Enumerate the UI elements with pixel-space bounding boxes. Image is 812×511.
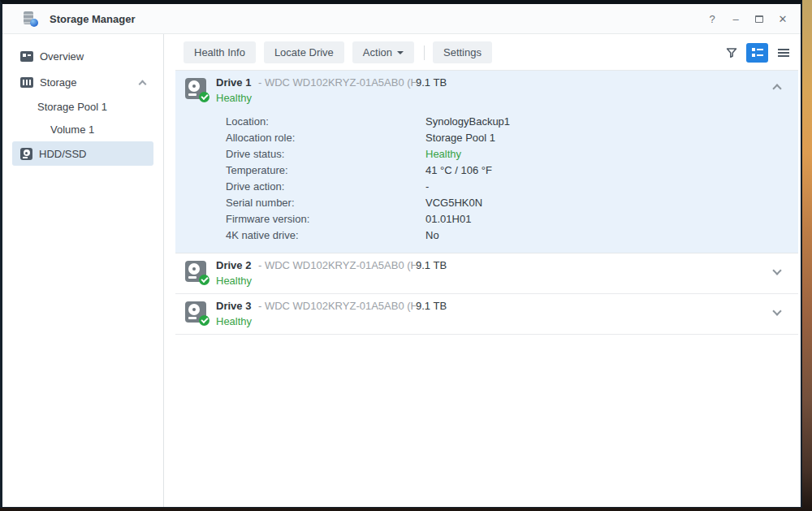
- drive-icon-healthy: [185, 301, 206, 323]
- titlebar[interactable]: Storage Manager ? – ✕: [2, 4, 801, 34]
- window-title: Storage Manager: [50, 13, 135, 25]
- sidebar-item-label: Overview: [40, 50, 84, 63]
- drive-icon-healthy: [185, 78, 206, 99]
- healthy-check-badge: [199, 92, 209, 102]
- drive-size: 9.1 TB: [416, 259, 447, 271]
- drive-size: 9.1 TB: [416, 76, 447, 89]
- locate-drive-button[interactable]: Locate Drive: [264, 41, 344, 63]
- drive-status: Healthy: [216, 275, 447, 288]
- sidebar-item-hdd-ssd[interactable]: HDD/SSD: [12, 141, 153, 166]
- drive-name: Drive 1: [216, 76, 251, 89]
- toolbar-icon-group: [720, 43, 794, 63]
- healthy-check-badge: [199, 315, 209, 326]
- drive-2-summary: Drive 2 - WDC WD102KRYZ-01A5AB0 (H... 9.…: [216, 259, 447, 288]
- drive-1-panel-expanded[interactable]: Drive 1 - WDC WD102KRYZ-01A5AB0 (H... 9.…: [175, 71, 798, 253]
- sidebar-item-overview[interactable]: Overview: [12, 44, 153, 68]
- sidebar-item-label: Storage: [40, 76, 77, 89]
- collapse-chevron-icon[interactable]: [139, 80, 147, 88]
- filter-button[interactable]: [720, 43, 742, 63]
- drive-2-row[interactable]: Drive 2 - WDC WD102KRYZ-01A5AB0 (H... 9.…: [175, 253, 798, 294]
- dropdown-caret-icon: [397, 51, 404, 54]
- drive-model: - WDC WD102KRYZ-01A5AB0 (H...: [258, 76, 416, 89]
- sidebar-item-label: HDD/SSD: [39, 148, 87, 160]
- drive-1-summary: Drive 1 - WDC WD102KRYZ-01A5AB0 (H... 9.…: [216, 76, 447, 105]
- storage-manager-window: Storage Manager ? – ✕ Overview Storage: [0, 0, 802, 508]
- help-button[interactable]: ?: [706, 12, 719, 25]
- drive-status: Healthy: [216, 315, 447, 328]
- close-button[interactable]: ✕: [776, 12, 789, 25]
- sidebar-item-label: Storage Pool 1: [37, 101, 107, 113]
- detail-row-allocation-role: Allocation role: Storage Pool 1: [226, 129, 788, 145]
- maximize-button[interactable]: [753, 12, 766, 25]
- hdd-ssd-icon: [20, 148, 32, 160]
- maximize-icon: [755, 15, 763, 23]
- drive-3-row[interactable]: Drive 3 - WDC WD102KRYZ-01A5AB0 (H... 9.…: [175, 294, 798, 335]
- detail-row-drive-action: Drive action: -: [226, 178, 788, 194]
- health-info-button[interactable]: Health Info: [184, 41, 256, 63]
- overview-icon: [20, 51, 33, 62]
- drive-size: 9.1 TB: [416, 300, 447, 312]
- detail-row-4k-native-drive: 4K native drive: No: [226, 227, 788, 243]
- blue-sphere-glyph: [30, 19, 38, 27]
- detail-row-serial-number: Serial number: VCG5HK0N: [226, 194, 788, 210]
- storage-manager-app-icon: [22, 11, 38, 27]
- sidebar-item-volume-1[interactable]: Volume 1: [12, 119, 153, 140]
- healthy-check-badge: [199, 275, 209, 285]
- main-panel: Health Info Locate Drive Action Settings: [164, 34, 801, 507]
- action-dropdown-button[interactable]: Action: [352, 41, 414, 63]
- detail-row-firmware-version: Firmware version: 01.01H01: [226, 210, 788, 227]
- detail-row-drive-status: Drive status: Healthy: [226, 145, 788, 162]
- detail-row-location: Location: SynologyBackup1: [226, 113, 788, 129]
- window-body: Overview Storage Storage Pool 1 Volume 1…: [2, 34, 801, 507]
- drive-name: Drive 2: [216, 259, 251, 271]
- minimize-button[interactable]: –: [729, 12, 742, 25]
- sidebar-item-storage-pool-1[interactable]: Storage Pool 1: [12, 96, 153, 117]
- storage-icon: [20, 77, 33, 88]
- drive-model: - WDC WD102KRYZ-01A5AB0 (H...: [258, 300, 416, 312]
- drive-name: Drive 3: [216, 300, 251, 312]
- drive-list: Drive 1 - WDC WD102KRYZ-01A5AB0 (H... 9.…: [175, 70, 798, 335]
- sidebar: Overview Storage Storage Pool 1 Volume 1…: [2, 34, 164, 507]
- toolbar: Health Info Locate Drive Action Settings: [164, 34, 801, 70]
- detail-view-icon: [752, 48, 763, 57]
- settings-button[interactable]: Settings: [433, 41, 492, 63]
- drive-3-summary: Drive 3 - WDC WD102KRYZ-01A5AB0 (H... 9.…: [216, 300, 447, 328]
- detail-view-button[interactable]: [746, 43, 768, 63]
- drive-model: - WDC WD102KRYZ-01A5AB0 (H...: [258, 259, 416, 271]
- drive-status: Healthy: [216, 92, 447, 105]
- sidebar-item-label: Volume 1: [50, 123, 94, 136]
- drive-icon-healthy: [185, 261, 206, 282]
- drive-1-details: Location: SynologyBackup1 Allocation rol…: [226, 113, 788, 243]
- list-view-button[interactable]: [772, 43, 794, 63]
- filter-icon: [725, 46, 738, 59]
- desktop-background: Storage Manager ? – ✕ Overview Storage: [0, 0, 812, 511]
- toolbar-separator: [424, 45, 425, 60]
- detail-row-temperature: Temperature: 41 °C / 106 °F: [226, 162, 788, 178]
- list-view-icon: [778, 49, 789, 57]
- drive-1-header: Drive 1 - WDC WD102KRYZ-01A5AB0 (H... 9.…: [185, 76, 788, 105]
- window-controls: ? – ✕: [706, 12, 789, 25]
- sidebar-item-storage[interactable]: Storage: [12, 70, 153, 94]
